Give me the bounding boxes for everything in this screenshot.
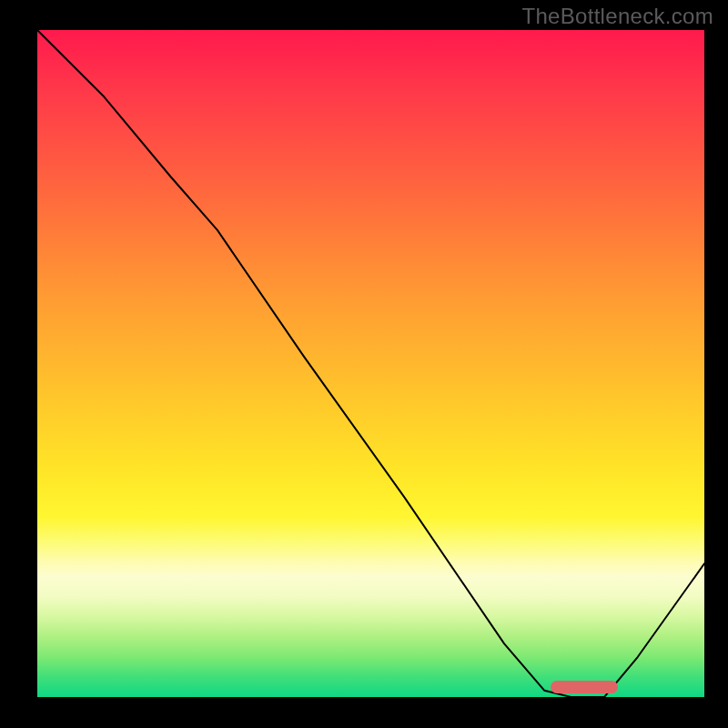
- optimal-range-marker: [551, 681, 617, 693]
- chart-svg: [37, 30, 704, 697]
- curve-line: [37, 30, 704, 697]
- watermark-text: TheBottleneck.com: [521, 4, 713, 29]
- plot-area: [37, 30, 704, 697]
- chart-frame: TheBottleneck.com: [0, 0, 728, 728]
